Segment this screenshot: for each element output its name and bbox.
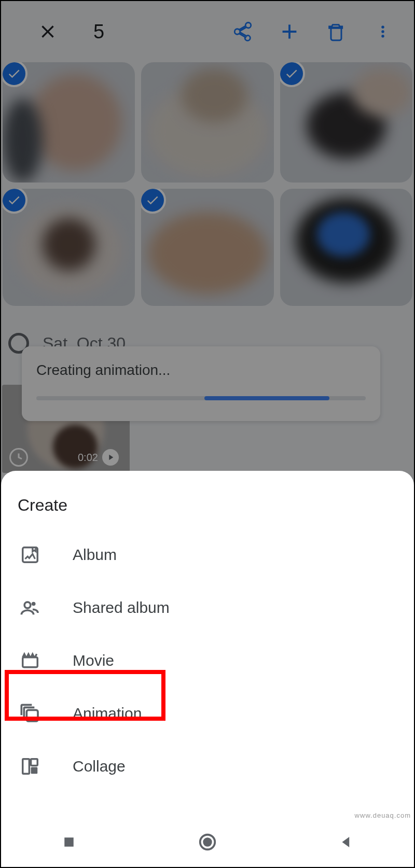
nav-back[interactable] bbox=[338, 834, 354, 852]
item-label: Shared album bbox=[73, 599, 170, 617]
item-label: Collage bbox=[73, 758, 126, 775]
movie-icon bbox=[20, 650, 40, 671]
android-navbar bbox=[1, 819, 414, 867]
sheet-title: Create bbox=[1, 496, 414, 528]
album-icon bbox=[20, 544, 40, 565]
nav-recents[interactable] bbox=[61, 834, 77, 852]
svg-rect-12 bbox=[31, 767, 38, 774]
svg-point-7 bbox=[32, 602, 36, 606]
svg-rect-13 bbox=[65, 837, 74, 847]
tutorial-highlight-box bbox=[5, 670, 165, 721]
svg-point-15 bbox=[203, 837, 212, 846]
create-collage[interactable]: Collage bbox=[1, 740, 414, 793]
item-label: Album bbox=[73, 546, 117, 564]
create-shared-album[interactable]: Shared album bbox=[1, 581, 414, 634]
item-label: Movie bbox=[73, 652, 114, 669]
circle-icon bbox=[198, 832, 217, 852]
svg-point-6 bbox=[24, 602, 31, 608]
square-icon bbox=[61, 834, 77, 850]
svg-rect-8 bbox=[23, 657, 38, 667]
create-bottom-sheet: Create Album Shared album Movie Animatio… bbox=[1, 471, 414, 867]
create-album[interactable]: Album bbox=[1, 528, 414, 581]
svg-rect-10 bbox=[23, 759, 30, 774]
watermark: www.deuaq.com bbox=[355, 811, 411, 819]
shared-album-icon bbox=[20, 597, 40, 618]
svg-rect-11 bbox=[31, 759, 38, 766]
collage-icon bbox=[20, 756, 40, 777]
nav-home[interactable] bbox=[198, 832, 217, 854]
triangle-back-icon bbox=[338, 834, 354, 850]
